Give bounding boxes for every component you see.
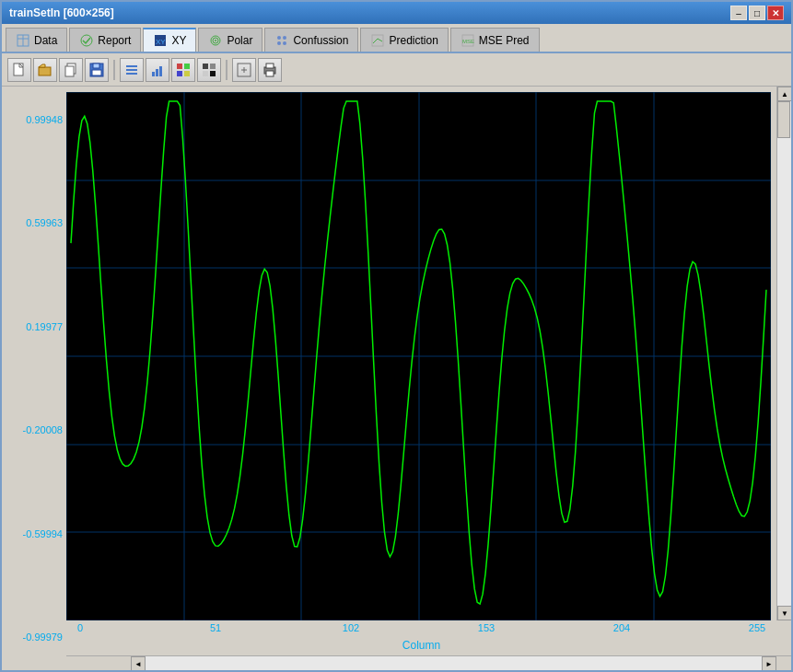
svg-rect-39 bbox=[210, 71, 216, 76]
toolbar-open-btn[interactable] bbox=[33, 58, 57, 82]
tab-mse-pred[interactable]: MSE MSE Pred bbox=[450, 28, 540, 52]
toolbar-copy-btn[interactable] bbox=[59, 58, 83, 82]
scroll-left-btn[interactable]: ◄ bbox=[131, 656, 146, 670]
tab-xy[interactable]: XY XY bbox=[143, 28, 196, 52]
svg-rect-19 bbox=[39, 67, 51, 75]
x-label-51: 51 bbox=[202, 622, 229, 637]
svg-text:XY: XY bbox=[156, 38, 166, 46]
scroll-right-btn[interactable]: ► bbox=[762, 656, 776, 670]
svg-rect-45 bbox=[266, 71, 274, 76]
svg-point-10 bbox=[283, 36, 286, 40]
scroll-v-thumb[interactable] bbox=[777, 101, 790, 138]
svg-rect-32 bbox=[177, 64, 182, 69]
svg-rect-30 bbox=[156, 69, 158, 76]
toolbar bbox=[2, 53, 791, 87]
title-bar: trainSetIn [600×256] – □ ✕ bbox=[2, 2, 791, 24]
horizontal-scrollbar[interactable]: ◄ ► bbox=[131, 655, 776, 670]
table-icon bbox=[16, 33, 30, 48]
chart-container: 0.99948 0.59963 0.19977 -0.20008 -0.5999… bbox=[2, 87, 791, 670]
tab-report-label: Report bbox=[98, 34, 131, 47]
y-label-6: -0.99979 bbox=[6, 631, 63, 643]
svg-rect-35 bbox=[184, 71, 190, 76]
tab-data[interactable]: Data bbox=[6, 28, 67, 52]
svg-line-15 bbox=[378, 39, 382, 41]
x-label-153: 153 bbox=[472, 622, 500, 637]
scroll-up-btn[interactable]: ▲ bbox=[777, 87, 791, 101]
prediction-icon bbox=[370, 33, 385, 48]
minimize-button[interactable]: – bbox=[730, 6, 747, 20]
main-window: trainSetIn [600×256] – □ ✕ Data Report X… bbox=[0, 0, 793, 672]
toolbar-mono-btn[interactable] bbox=[197, 58, 221, 82]
svg-rect-38 bbox=[203, 71, 208, 76]
x-label-204: 204 bbox=[608, 622, 636, 637]
mse-icon: MSE bbox=[461, 33, 475, 48]
tab-confussion-label: Confussion bbox=[293, 34, 348, 47]
tab-confussion[interactable]: Confussion bbox=[264, 28, 358, 52]
svg-text:MSE: MSE bbox=[462, 39, 474, 44]
tab-report[interactable]: Report bbox=[69, 28, 141, 52]
maximize-button[interactable]: □ bbox=[749, 6, 765, 20]
vertical-scrollbar[interactable]: ▲ ▼ bbox=[776, 87, 791, 620]
svg-rect-33 bbox=[184, 64, 190, 69]
svg-rect-25 bbox=[92, 70, 101, 75]
scroll-h-track[interactable] bbox=[146, 656, 762, 670]
y-label-2: 0.59963 bbox=[6, 217, 63, 228]
window-controls: – □ ✕ bbox=[730, 6, 784, 20]
window-title: trainSetIn [600×256] bbox=[9, 6, 114, 19]
y-label-3: 0.19977 bbox=[6, 321, 63, 332]
toolbar-colors-btn[interactable] bbox=[171, 58, 195, 82]
svg-rect-29 bbox=[152, 72, 155, 76]
svg-line-14 bbox=[373, 39, 378, 43]
svg-point-8 bbox=[215, 40, 216, 41]
tab-bar: Data Report XY XY Polar Confussion bbox=[2, 24, 791, 53]
close-button[interactable]: ✕ bbox=[767, 6, 784, 20]
svg-rect-34 bbox=[177, 71, 182, 76]
chart-plot[interactable]: row: 200 bbox=[66, 92, 771, 620]
tab-polar-label: Polar bbox=[227, 34, 252, 47]
y-label-1: 0.99948 bbox=[6, 114, 63, 125]
toolbar-new-btn[interactable] bbox=[7, 58, 31, 82]
bottom-bar: ◄ ► bbox=[66, 655, 791, 670]
svg-point-12 bbox=[283, 41, 286, 45]
svg-point-9 bbox=[277, 36, 281, 40]
x-label-102: 102 bbox=[337, 622, 365, 637]
tab-data-label: Data bbox=[34, 34, 57, 47]
y-axis: 0.99948 0.59963 0.19977 -0.20008 -0.5999… bbox=[2, 87, 66, 670]
scroll-down-btn[interactable]: ▼ bbox=[777, 606, 791, 620]
toolbar-bars-btn[interactable] bbox=[146, 58, 169, 82]
svg-point-3 bbox=[81, 35, 92, 46]
y-label-4: -0.20008 bbox=[6, 424, 63, 435]
toolbar-print-btn[interactable] bbox=[258, 58, 282, 82]
x-label-0: 0 bbox=[66, 622, 94, 637]
toolbar-zoom-btn[interactable] bbox=[232, 58, 256, 82]
scroll-v-track[interactable] bbox=[777, 101, 791, 606]
toolbar-lines-btn[interactable] bbox=[120, 58, 144, 82]
svg-marker-20 bbox=[39, 64, 45, 67]
tab-xy-label: XY bbox=[171, 34, 186, 47]
polar-icon bbox=[208, 33, 223, 48]
svg-rect-31 bbox=[159, 66, 162, 76]
svg-rect-36 bbox=[203, 64, 208, 69]
confussion-icon bbox=[274, 33, 289, 48]
svg-rect-24 bbox=[93, 64, 99, 68]
tab-prediction[interactable]: Prediction bbox=[360, 28, 448, 52]
x-axis: 0 51 102 153 204 255 bbox=[66, 620, 771, 639]
toolbar-separator-2 bbox=[226, 60, 227, 80]
x-label-255: 255 bbox=[743, 622, 771, 637]
check-icon bbox=[79, 33, 94, 48]
svg-point-11 bbox=[277, 41, 281, 45]
xy-icon: XY bbox=[153, 33, 168, 48]
tab-mse-pred-label: MSE Pred bbox=[479, 34, 530, 47]
svg-rect-22 bbox=[65, 66, 74, 76]
tab-polar[interactable]: Polar bbox=[198, 28, 262, 52]
svg-rect-37 bbox=[210, 64, 216, 69]
x-axis-title: Column bbox=[66, 639, 776, 655]
svg-rect-44 bbox=[266, 64, 274, 68]
toolbar-save-btn[interactable] bbox=[85, 58, 109, 82]
toolbar-separator-1 bbox=[113, 60, 115, 80]
tab-prediction-label: Prediction bbox=[389, 34, 437, 47]
y-label-5: -0.59994 bbox=[6, 528, 63, 539]
